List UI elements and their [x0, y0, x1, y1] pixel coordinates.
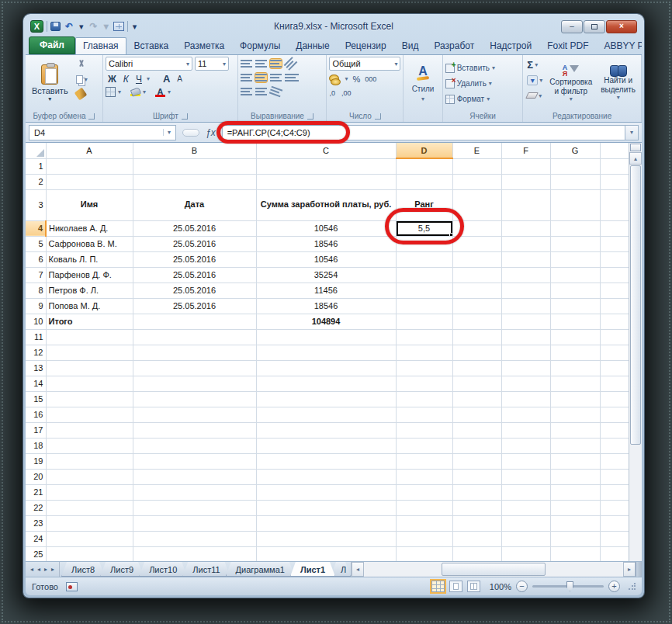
row-header-6[interactable]: 6 — [26, 251, 46, 267]
row-header-21[interactable]: 21 — [26, 484, 46, 500]
split-handle[interactable] — [630, 144, 641, 151]
decrease-decimal-icon[interactable]: ,00 — [341, 90, 352, 97]
col-header-E[interactable]: E — [452, 143, 501, 158]
hscroll-left-icon[interactable]: ◂ — [352, 562, 364, 577]
cell-C10[interactable]: 104894 — [256, 314, 396, 329]
cell-D8[interactable] — [396, 283, 452, 298]
cell-A15[interactable] — [46, 391, 133, 407]
cell-A10[interactable]: Итого — [46, 314, 133, 329]
redo-icon[interactable]: ↷ — [88, 21, 99, 32]
cell-F17[interactable] — [501, 422, 550, 438]
sheet-tab-Лист11[interactable]: Лист11 — [182, 562, 230, 577]
cell-E2[interactable] — [452, 174, 501, 189]
ribbon-tab-Разметка[interactable]: Разметка — [176, 37, 232, 54]
row-header-14[interactable]: 14 — [26, 376, 46, 391]
table-tool-icon[interactable] — [113, 22, 124, 31]
cell-B18[interactable] — [133, 438, 256, 453]
cell-C4[interactable]: 10546 — [256, 220, 396, 236]
cell-E22[interactable] — [452, 500, 501, 515]
cell-F8[interactable] — [501, 283, 550, 298]
zoom-level-text[interactable]: 100% — [490, 582, 511, 591]
align-middle-icon[interactable] — [255, 59, 267, 68]
cell-B14[interactable] — [133, 376, 256, 391]
cell-E5[interactable] — [452, 236, 501, 251]
cell-C18[interactable] — [256, 438, 396, 453]
cell-B3[interactable]: Дата — [133, 189, 256, 220]
cell-G11[interactable] — [550, 329, 600, 345]
sort-filter-button[interactable]: АЯ Сортировка и фильтр ▾ — [546, 57, 595, 110]
sheet-tab-Диаграмма1[interactable]: Диаграмма1 — [226, 562, 295, 577]
increase-decimal-icon[interactable]: ,0 — [329, 90, 335, 97]
ribbon-tab-ABBYY PD[interactable]: ABBYY PD — [596, 37, 642, 54]
merge-center-icon[interactable] — [285, 73, 299, 82]
next-sheet-icon[interactable]: ▸ — [43, 566, 49, 573]
cell-clip16[interactable] — [600, 407, 629, 422]
cell-clip23[interactable] — [600, 515, 629, 531]
cell-B17[interactable] — [133, 422, 256, 438]
cell-B20[interactable] — [133, 469, 256, 484]
cell-D2[interactable] — [396, 174, 452, 189]
borders-dropdown-icon[interactable]: ▾ — [118, 88, 121, 95]
number-format-combo[interactable]: Общий▾ — [329, 57, 400, 71]
insert-function-icon[interactable]: ƒx — [206, 127, 216, 138]
cell-G17[interactable] — [550, 422, 600, 438]
cell-clip7[interactable] — [600, 267, 629, 283]
cell-A25[interactable] — [46, 546, 133, 561]
cell-E23[interactable] — [452, 515, 501, 531]
cell-E9[interactable] — [452, 298, 501, 314]
comma-style-button[interactable]: 000 — [365, 75, 376, 83]
cell-C7[interactable]: 35254 — [256, 267, 396, 283]
insert-cells-button[interactable]: Вставить▾ — [445, 61, 521, 75]
row-header-19[interactable]: 19 — [26, 453, 46, 469]
cell-clip15[interactable] — [600, 391, 629, 407]
cell-A20[interactable] — [46, 469, 133, 484]
cell-D18[interactable] — [396, 438, 452, 453]
cell-clip18[interactable] — [600, 438, 629, 453]
cell-F22[interactable] — [501, 500, 550, 515]
cell-C20[interactable] — [256, 469, 396, 484]
cell-F15[interactable] — [501, 391, 550, 407]
ribbon-tab-Вставка[interactable]: Вставка — [126, 37, 177, 54]
cell-F23[interactable] — [501, 515, 550, 531]
row-header-2[interactable]: 2 — [26, 174, 46, 189]
row-header-13[interactable]: 13 — [26, 360, 46, 376]
row-header-16[interactable]: 16 — [26, 407, 46, 422]
cell-F3[interactable] — [501, 189, 550, 220]
select-all-corner[interactable] — [26, 143, 46, 158]
cell-clip21[interactable] — [600, 484, 629, 500]
cell-C14[interactable] — [256, 376, 396, 391]
cell-F7[interactable] — [501, 267, 550, 283]
cell-A24[interactable] — [46, 531, 133, 546]
cell-E24[interactable] — [452, 531, 501, 546]
row-header-4[interactable]: 4 — [26, 220, 46, 236]
row-header-23[interactable]: 23 — [26, 515, 46, 531]
zoom-out-icon[interactable]: − — [516, 581, 528, 592]
customize-qat-icon[interactable]: ▾ — [131, 22, 139, 32]
sheet-tab-Лист10[interactable]: Лист10 — [139, 562, 187, 577]
cell-G25[interactable] — [550, 546, 600, 561]
cell-B22[interactable] — [133, 500, 256, 515]
cell-G13[interactable] — [550, 360, 600, 376]
cell-C23[interactable] — [256, 515, 396, 531]
cell-G20[interactable] — [550, 469, 600, 484]
cell-G12[interactable] — [550, 345, 600, 360]
cell-E19[interactable] — [452, 453, 501, 469]
cell-C9[interactable]: 18546 — [256, 298, 396, 314]
first-sheet-icon[interactable]: ◂ — [29, 566, 35, 573]
cell-G23[interactable] — [550, 515, 600, 531]
zoom-in-icon[interactable]: + — [608, 581, 620, 592]
cell-B21[interactable] — [133, 484, 256, 500]
name-box-dropdown-icon[interactable]: ▾ — [163, 129, 171, 136]
cell-A2[interactable] — [46, 174, 133, 189]
cell-A21[interactable] — [46, 484, 133, 500]
accounting-format-icon[interactable] — [329, 75, 340, 84]
cell-D14[interactable] — [396, 376, 452, 391]
cell-E11[interactable] — [452, 329, 501, 345]
zoom-slider-handle[interactable] — [566, 581, 573, 591]
worksheet-grid[interactable]: ABCDEFG123ИмяДатаСумма заработной платы,… — [26, 143, 642, 561]
col-header-F[interactable]: F — [501, 143, 550, 158]
cell-E12[interactable] — [452, 345, 501, 360]
bold-button[interactable]: Ж — [106, 72, 119, 85]
cell-E16[interactable] — [452, 407, 501, 422]
number-dialog-launcher[interactable] — [375, 113, 381, 120]
